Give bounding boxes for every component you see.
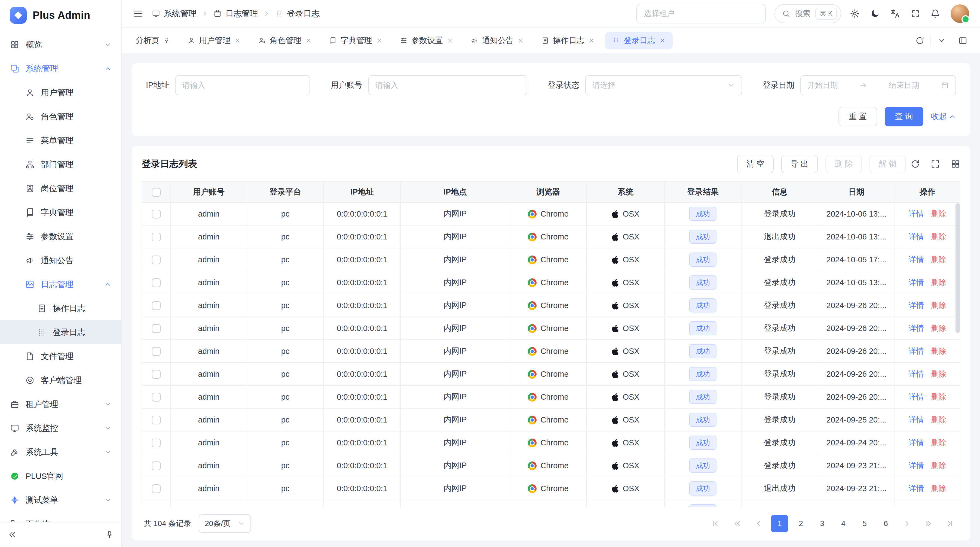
tabs-menu-button[interactable] bbox=[931, 35, 952, 46]
row-checkbox[interactable] bbox=[152, 416, 161, 424]
row-checkbox[interactable] bbox=[152, 278, 161, 287]
delete-link[interactable]: 删除 bbox=[931, 437, 946, 448]
detail-link[interactable]: 详情 bbox=[909, 323, 924, 333]
reset-button[interactable]: 重 置 bbox=[838, 107, 877, 126]
sidebar-item-overview[interactable]: 概览 bbox=[0, 33, 121, 57]
row-checkbox[interactable] bbox=[152, 347, 161, 356]
row-checkbox[interactable] bbox=[152, 255, 161, 264]
delete-link[interactable]: 删除 bbox=[931, 460, 946, 471]
pager-page-2[interactable]: 2 bbox=[792, 515, 810, 532]
detail-link[interactable]: 详情 bbox=[909, 437, 924, 448]
row-checkbox[interactable] bbox=[152, 484, 161, 493]
delete-link[interactable]: 删除 bbox=[931, 346, 946, 356]
collapse-filter-link[interactable]: 收起 bbox=[931, 111, 956, 122]
delete-link[interactable]: 删除 bbox=[931, 254, 946, 265]
select-all-checkbox[interactable] bbox=[152, 188, 161, 197]
delete-link[interactable]: 删除 bbox=[931, 209, 946, 219]
tab-user[interactable]: 用户管理 bbox=[180, 32, 248, 49]
tabs-layout-button[interactable] bbox=[952, 35, 974, 46]
table-columns-button[interactable] bbox=[951, 159, 960, 169]
close-icon[interactable] bbox=[376, 37, 382, 44]
breadcrumb-item-0[interactable]: 系统管理 bbox=[152, 8, 197, 19]
clear-button[interactable]: 清 空 bbox=[737, 155, 774, 173]
tab-role[interactable]: 角色管理 bbox=[251, 32, 319, 49]
logo[interactable]: Plus Admin bbox=[0, 0, 121, 30]
bell-icon[interactable] bbox=[931, 9, 940, 19]
sidebar-item-user-management[interactable]: 用户管理 bbox=[0, 81, 121, 105]
table-scrollbar[interactable] bbox=[956, 203, 960, 333]
sidebar-item-menu-management[interactable]: 菜单管理 bbox=[0, 129, 121, 153]
pager-prev-button[interactable] bbox=[750, 515, 767, 532]
tenant-select[interactable]: 选择租户 bbox=[636, 4, 766, 24]
close-icon[interactable] bbox=[659, 37, 666, 44]
pager-page-5[interactable]: 5 bbox=[856, 515, 873, 532]
ip-input[interactable]: 请输入 bbox=[175, 75, 310, 95]
pager-last-button[interactable] bbox=[941, 515, 958, 532]
close-icon[interactable] bbox=[234, 37, 241, 44]
sidebar-item-system-tools[interactable]: 系统工具 bbox=[0, 440, 121, 464]
tab-notice[interactable]: 通知公告 bbox=[464, 32, 531, 49]
delete-link[interactable]: 删除 bbox=[931, 300, 946, 311]
close-icon[interactable] bbox=[588, 37, 595, 44]
detail-link[interactable]: 详情 bbox=[909, 415, 924, 425]
moon-icon[interactable] bbox=[870, 9, 880, 19]
sidebar-item-notice[interactable]: 通知公告 bbox=[0, 249, 121, 273]
tabs-refresh-button[interactable] bbox=[909, 35, 931, 46]
detail-link[interactable]: 详情 bbox=[909, 231, 924, 242]
detail-link[interactable]: 详情 bbox=[909, 369, 924, 379]
detail-link[interactable]: 详情 bbox=[909, 209, 924, 219]
sidebar-item-plus-website[interactable]: PLUS官网 bbox=[0, 464, 121, 488]
delete-link[interactable]: 删除 bbox=[931, 369, 946, 379]
sidebar-pin-button[interactable] bbox=[105, 530, 114, 539]
date-range-input[interactable]: 开始日期结束日期 bbox=[800, 75, 956, 95]
sidebar-item-file-management[interactable]: 文件管理 bbox=[0, 344, 121, 368]
delete-link[interactable]: 删除 bbox=[931, 392, 946, 402]
fullscreen-icon[interactable] bbox=[911, 9, 920, 18]
close-icon[interactable] bbox=[447, 37, 453, 44]
search-button[interactable]: 搜索 ⌘ K bbox=[775, 4, 841, 23]
tab-dict[interactable]: 字典管理 bbox=[322, 32, 390, 49]
pager-page-6[interactable]: 6 bbox=[877, 515, 894, 532]
sidebar-item-operation-log[interactable]: 操作日志 bbox=[0, 297, 121, 321]
translate-icon[interactable] bbox=[890, 8, 900, 19]
sidebar-item-log-management[interactable]: 日志管理 bbox=[0, 273, 121, 297]
delete-link[interactable]: 删除 bbox=[931, 231, 946, 242]
detail-link[interactable]: 详情 bbox=[909, 277, 924, 288]
pager-next-button[interactable] bbox=[898, 515, 916, 532]
delete-link[interactable]: 删除 bbox=[931, 506, 946, 507]
detail-link[interactable]: 详情 bbox=[909, 460, 924, 471]
hamburger-icon[interactable] bbox=[133, 8, 143, 19]
pager-page-1[interactable]: 1 bbox=[771, 515, 788, 532]
delete-button[interactable]: 删 除 bbox=[826, 155, 862, 173]
pin-icon[interactable] bbox=[163, 37, 170, 44]
sidebar-item-post-management[interactable]: 岗位管理 bbox=[0, 177, 121, 201]
delete-link[interactable]: 删除 bbox=[931, 483, 946, 494]
pager-page-3[interactable]: 3 bbox=[813, 515, 831, 532]
sidebar-item-login-log[interactable]: 登录日志 bbox=[0, 321, 121, 344]
tab-loginlog[interactable]: 登录日志 bbox=[605, 32, 673, 49]
pager-forward-button[interactable] bbox=[920, 515, 937, 532]
export-button[interactable]: 导 出 bbox=[781, 155, 818, 173]
detail-link[interactable]: 详情 bbox=[909, 346, 924, 356]
row-checkbox[interactable] bbox=[152, 370, 161, 379]
pager-page-4[interactable]: 4 bbox=[835, 515, 852, 532]
sidebar-item-tenant-management[interactable]: 租户管理 bbox=[0, 392, 121, 416]
sidebar-item-client-management[interactable]: 客户端管理 bbox=[0, 368, 121, 392]
gear-icon[interactable] bbox=[850, 9, 860, 19]
unlock-button[interactable]: 解 锁 bbox=[869, 155, 906, 173]
table-fullscreen-button[interactable] bbox=[931, 159, 940, 169]
row-checkbox[interactable] bbox=[152, 233, 161, 241]
sidebar-item-dept-management[interactable]: 部门管理 bbox=[0, 153, 121, 177]
row-checkbox[interactable] bbox=[152, 324, 161, 333]
detail-link[interactable]: 详情 bbox=[909, 392, 924, 402]
sidebar-item-test-menu[interactable]: 测试菜单 bbox=[0, 488, 121, 512]
sidebar-item-system-monitor[interactable]: 系统监控 bbox=[0, 416, 121, 440]
row-checkbox[interactable] bbox=[152, 461, 161, 470]
detail-link[interactable]: 详情 bbox=[909, 483, 924, 494]
row-checkbox[interactable] bbox=[152, 210, 161, 218]
pager-back-button[interactable] bbox=[729, 515, 746, 532]
detail-link[interactable]: 详情 bbox=[909, 300, 924, 311]
tab-oplog[interactable]: 操作日志 bbox=[535, 32, 602, 49]
query-button[interactable]: 查 询 bbox=[885, 107, 923, 126]
delete-link[interactable]: 删除 bbox=[931, 323, 946, 333]
